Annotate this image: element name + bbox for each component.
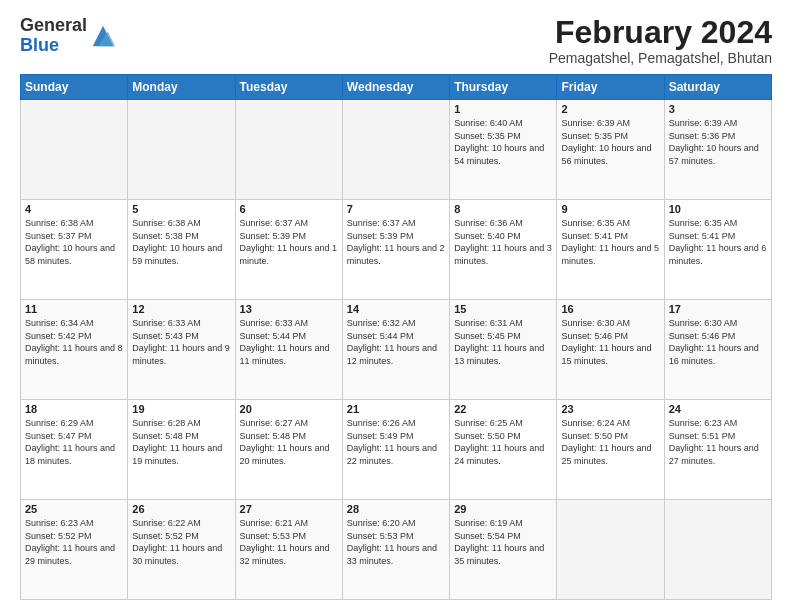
- day-number: 14: [347, 303, 445, 315]
- day-number: 9: [561, 203, 659, 215]
- day-cell: 26Sunrise: 6:22 AM Sunset: 5:52 PM Dayli…: [128, 500, 235, 600]
- day-cell: 14Sunrise: 6:32 AM Sunset: 5:44 PM Dayli…: [342, 300, 449, 400]
- day-cell: 11Sunrise: 6:34 AM Sunset: 5:42 PM Dayli…: [21, 300, 128, 400]
- day-info: Sunrise: 6:38 AM Sunset: 5:37 PM Dayligh…: [25, 217, 123, 267]
- weekday-friday: Friday: [557, 75, 664, 100]
- day-cell: [235, 100, 342, 200]
- day-cell: 1Sunrise: 6:40 AM Sunset: 5:35 PM Daylig…: [450, 100, 557, 200]
- day-info: Sunrise: 6:40 AM Sunset: 5:35 PM Dayligh…: [454, 117, 552, 167]
- day-cell: [557, 500, 664, 600]
- day-cell: 3Sunrise: 6:39 AM Sunset: 5:36 PM Daylig…: [664, 100, 771, 200]
- day-cell: [342, 100, 449, 200]
- day-number: 16: [561, 303, 659, 315]
- day-info: Sunrise: 6:19 AM Sunset: 5:54 PM Dayligh…: [454, 517, 552, 567]
- week-row-3: 18Sunrise: 6:29 AM Sunset: 5:47 PM Dayli…: [21, 400, 772, 500]
- day-info: Sunrise: 6:23 AM Sunset: 5:52 PM Dayligh…: [25, 517, 123, 567]
- day-cell: 10Sunrise: 6:35 AM Sunset: 5:41 PM Dayli…: [664, 200, 771, 300]
- day-info: Sunrise: 6:37 AM Sunset: 5:39 PM Dayligh…: [240, 217, 338, 267]
- calendar-table: SundayMondayTuesdayWednesdayThursdayFrid…: [20, 74, 772, 600]
- day-cell: [664, 500, 771, 600]
- day-number: 10: [669, 203, 767, 215]
- day-info: Sunrise: 6:33 AM Sunset: 5:44 PM Dayligh…: [240, 317, 338, 367]
- day-info: Sunrise: 6:39 AM Sunset: 5:35 PM Dayligh…: [561, 117, 659, 167]
- calendar-title: February 2024: [549, 16, 772, 48]
- day-number: 13: [240, 303, 338, 315]
- day-number: 12: [132, 303, 230, 315]
- day-number: 29: [454, 503, 552, 515]
- day-cell: [128, 100, 235, 200]
- day-info: Sunrise: 6:24 AM Sunset: 5:50 PM Dayligh…: [561, 417, 659, 467]
- day-cell: 18Sunrise: 6:29 AM Sunset: 5:47 PM Dayli…: [21, 400, 128, 500]
- weekday-sunday: Sunday: [21, 75, 128, 100]
- day-number: 18: [25, 403, 123, 415]
- weekday-thursday: Thursday: [450, 75, 557, 100]
- day-number: 19: [132, 403, 230, 415]
- day-cell: [21, 100, 128, 200]
- day-info: Sunrise: 6:32 AM Sunset: 5:44 PM Dayligh…: [347, 317, 445, 367]
- day-info: Sunrise: 6:26 AM Sunset: 5:49 PM Dayligh…: [347, 417, 445, 467]
- weekday-wednesday: Wednesday: [342, 75, 449, 100]
- day-number: 1: [454, 103, 552, 115]
- day-cell: 20Sunrise: 6:27 AM Sunset: 5:48 PM Dayli…: [235, 400, 342, 500]
- day-cell: 21Sunrise: 6:26 AM Sunset: 5:49 PM Dayli…: [342, 400, 449, 500]
- day-cell: 12Sunrise: 6:33 AM Sunset: 5:43 PM Dayli…: [128, 300, 235, 400]
- day-number: 8: [454, 203, 552, 215]
- weekday-monday: Monday: [128, 75, 235, 100]
- day-number: 26: [132, 503, 230, 515]
- day-cell: 25Sunrise: 6:23 AM Sunset: 5:52 PM Dayli…: [21, 500, 128, 600]
- weekday-saturday: Saturday: [664, 75, 771, 100]
- day-number: 25: [25, 503, 123, 515]
- day-cell: 16Sunrise: 6:30 AM Sunset: 5:46 PM Dayli…: [557, 300, 664, 400]
- day-info: Sunrise: 6:35 AM Sunset: 5:41 PM Dayligh…: [669, 217, 767, 267]
- day-cell: 8Sunrise: 6:36 AM Sunset: 5:40 PM Daylig…: [450, 200, 557, 300]
- day-number: 5: [132, 203, 230, 215]
- day-number: 7: [347, 203, 445, 215]
- day-info: Sunrise: 6:30 AM Sunset: 5:46 PM Dayligh…: [669, 317, 767, 367]
- week-row-1: 4Sunrise: 6:38 AM Sunset: 5:37 PM Daylig…: [21, 200, 772, 300]
- day-info: Sunrise: 6:31 AM Sunset: 5:45 PM Dayligh…: [454, 317, 552, 367]
- day-cell: 2Sunrise: 6:39 AM Sunset: 5:35 PM Daylig…: [557, 100, 664, 200]
- week-row-2: 11Sunrise: 6:34 AM Sunset: 5:42 PM Dayli…: [21, 300, 772, 400]
- day-info: Sunrise: 6:36 AM Sunset: 5:40 PM Dayligh…: [454, 217, 552, 267]
- calendar-body: 1Sunrise: 6:40 AM Sunset: 5:35 PM Daylig…: [21, 100, 772, 600]
- logo: General Blue: [20, 16, 117, 56]
- day-number: 6: [240, 203, 338, 215]
- day-number: 15: [454, 303, 552, 315]
- day-info: Sunrise: 6:29 AM Sunset: 5:47 PM Dayligh…: [25, 417, 123, 467]
- day-info: Sunrise: 6:37 AM Sunset: 5:39 PM Dayligh…: [347, 217, 445, 267]
- day-number: 4: [25, 203, 123, 215]
- day-cell: 4Sunrise: 6:38 AM Sunset: 5:37 PM Daylig…: [21, 200, 128, 300]
- week-row-0: 1Sunrise: 6:40 AM Sunset: 5:35 PM Daylig…: [21, 100, 772, 200]
- day-number: 27: [240, 503, 338, 515]
- day-cell: 28Sunrise: 6:20 AM Sunset: 5:53 PM Dayli…: [342, 500, 449, 600]
- day-number: 28: [347, 503, 445, 515]
- day-cell: 22Sunrise: 6:25 AM Sunset: 5:50 PM Dayli…: [450, 400, 557, 500]
- calendar-subtitle: Pemagatshel, Pemagatshel, Bhutan: [549, 50, 772, 66]
- day-cell: 17Sunrise: 6:30 AM Sunset: 5:46 PM Dayli…: [664, 300, 771, 400]
- day-info: Sunrise: 6:27 AM Sunset: 5:48 PM Dayligh…: [240, 417, 338, 467]
- weekday-tuesday: Tuesday: [235, 75, 342, 100]
- week-row-4: 25Sunrise: 6:23 AM Sunset: 5:52 PM Dayli…: [21, 500, 772, 600]
- day-cell: 29Sunrise: 6:19 AM Sunset: 5:54 PM Dayli…: [450, 500, 557, 600]
- header-right: February 2024 Pemagatshel, Pemagatshel, …: [549, 16, 772, 66]
- day-info: Sunrise: 6:20 AM Sunset: 5:53 PM Dayligh…: [347, 517, 445, 567]
- page: General Blue February 2024 Pemagatshel, …: [0, 0, 792, 612]
- day-info: Sunrise: 6:35 AM Sunset: 5:41 PM Dayligh…: [561, 217, 659, 267]
- day-cell: 7Sunrise: 6:37 AM Sunset: 5:39 PM Daylig…: [342, 200, 449, 300]
- day-cell: 5Sunrise: 6:38 AM Sunset: 5:38 PM Daylig…: [128, 200, 235, 300]
- day-cell: 15Sunrise: 6:31 AM Sunset: 5:45 PM Dayli…: [450, 300, 557, 400]
- day-number: 11: [25, 303, 123, 315]
- calendar-header: SundayMondayTuesdayWednesdayThursdayFrid…: [21, 75, 772, 100]
- day-info: Sunrise: 6:21 AM Sunset: 5:53 PM Dayligh…: [240, 517, 338, 567]
- weekday-header-row: SundayMondayTuesdayWednesdayThursdayFrid…: [21, 75, 772, 100]
- day-number: 2: [561, 103, 659, 115]
- day-cell: 9Sunrise: 6:35 AM Sunset: 5:41 PM Daylig…: [557, 200, 664, 300]
- day-info: Sunrise: 6:22 AM Sunset: 5:52 PM Dayligh…: [132, 517, 230, 567]
- day-cell: 27Sunrise: 6:21 AM Sunset: 5:53 PM Dayli…: [235, 500, 342, 600]
- day-cell: 23Sunrise: 6:24 AM Sunset: 5:50 PM Dayli…: [557, 400, 664, 500]
- day-info: Sunrise: 6:33 AM Sunset: 5:43 PM Dayligh…: [132, 317, 230, 367]
- day-number: 24: [669, 403, 767, 415]
- day-number: 22: [454, 403, 552, 415]
- day-info: Sunrise: 6:34 AM Sunset: 5:42 PM Dayligh…: [25, 317, 123, 367]
- logo-text: General Blue: [20, 16, 87, 56]
